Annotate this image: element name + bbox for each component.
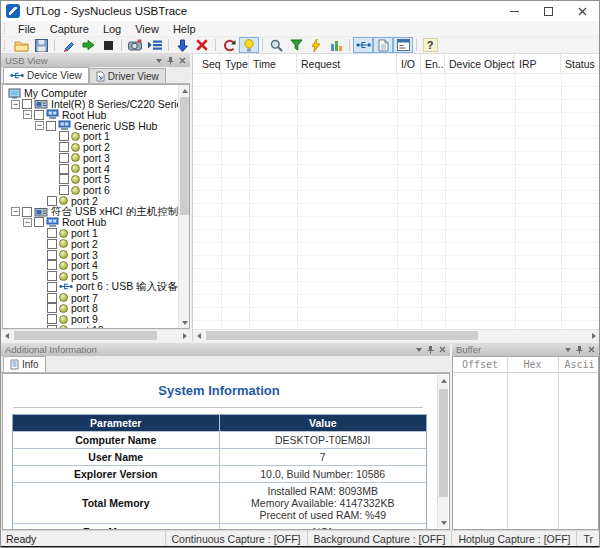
help-button[interactable]: ?	[420, 37, 440, 53]
trigger-button[interactable]	[306, 37, 326, 53]
expander-minus[interactable]: −	[35, 121, 44, 130]
chevron-down-icon[interactable]	[565, 348, 571, 352]
tree-item[interactable]: −Generic USB Hub	[3, 120, 189, 131]
scroll-down-button[interactable]	[438, 517, 449, 528]
expander-minus[interactable]: −	[23, 110, 32, 119]
menu-log[interactable]: Log	[96, 23, 128, 35]
scroll-thumb[interactable]	[180, 97, 189, 215]
scroll-right-button[interactable]	[179, 330, 190, 341]
scroll-thumb[interactable]	[206, 331, 478, 340]
pin-icon[interactable]	[427, 345, 434, 354]
column-header-deviceobject[interactable]: Device Object	[445, 54, 515, 73]
scroll-thumb[interactable]	[14, 331, 157, 340]
menu-help[interactable]: Help	[166, 23, 203, 35]
checkbox[interactable]	[59, 174, 69, 184]
clear-log-button[interactable]	[192, 37, 212, 53]
tree-item[interactable]: −符合 USB xHCI 的主机控制器	[3, 206, 189, 217]
tree-item[interactable]: port 1	[3, 228, 189, 239]
scroll-thumb[interactable]	[439, 389, 448, 497]
close-panel-icon[interactable]	[439, 346, 446, 353]
column-header-seq[interactable]: Seq	[193, 54, 221, 73]
tree-item[interactable]: port 6 : USB 输入设备	[3, 282, 189, 293]
checkbox[interactable]	[59, 142, 69, 152]
tab-device-view[interactable]: Device View	[3, 67, 89, 83]
info-view-toggle-button[interactable]	[373, 37, 393, 53]
tree-item[interactable]: −Root Hub	[3, 110, 189, 121]
menu-file[interactable]: File	[11, 23, 43, 35]
edit-pen-button[interactable]	[58, 37, 78, 53]
scroll-up-button[interactable]	[438, 375, 449, 386]
checkbox[interactable]	[47, 293, 57, 303]
highlight-button[interactable]	[239, 37, 259, 53]
scroll-left-button[interactable]	[193, 330, 204, 341]
save-button[interactable]	[31, 37, 51, 53]
checkbox[interactable]	[59, 153, 69, 163]
scroll-left-button[interactable]	[1, 330, 12, 341]
filter-button[interactable]	[286, 37, 306, 53]
expander-minus[interactable]: −	[23, 218, 32, 227]
tree-item[interactable]: port 3	[3, 249, 189, 260]
tab-driver-view[interactable]: Driver View	[89, 68, 166, 83]
usb-view-toggle-button[interactable]	[353, 37, 373, 53]
checkbox[interactable]	[22, 207, 32, 217]
tree-item[interactable]: My Computer	[3, 88, 189, 99]
checkbox[interactable]	[47, 271, 57, 281]
checkbox[interactable]	[47, 250, 57, 260]
tree-item[interactable]: port 2	[3, 142, 189, 153]
column-header-request[interactable]: Request	[297, 54, 397, 73]
scroll-down-button[interactable]	[179, 317, 190, 328]
menu-capture[interactable]: Capture	[43, 23, 96, 35]
refresh-button[interactable]	[219, 37, 239, 53]
tree-item[interactable]: port 9	[3, 314, 189, 325]
minimize-button[interactable]	[497, 1, 531, 21]
close-button[interactable]	[565, 1, 599, 21]
expander-minus[interactable]: −	[11, 100, 20, 109]
tree-item[interactable]: port 4	[3, 260, 189, 271]
checkbox[interactable]	[47, 239, 57, 249]
tree-item[interactable]: port 2	[3, 239, 189, 250]
checkbox[interactable]	[59, 185, 69, 195]
column-header-io[interactable]: I/O	[397, 54, 421, 73]
open-button[interactable]	[11, 37, 31, 53]
checkbox[interactable]	[34, 110, 44, 120]
column-header-status[interactable]: Status	[561, 54, 600, 73]
tree-item[interactable]: port 5	[3, 174, 189, 185]
checkbox[interactable]	[46, 121, 56, 131]
capture-device-button[interactable]	[125, 37, 145, 53]
close-panel-icon[interactable]	[179, 57, 186, 64]
checkbox[interactable]	[59, 131, 69, 141]
checkbox[interactable]	[34, 217, 44, 227]
column-header-en[interactable]: En...	[421, 54, 445, 73]
search-button[interactable]	[266, 37, 286, 53]
tree-item[interactable]: port 6	[3, 185, 189, 196]
tree-item[interactable]: port 3	[3, 153, 189, 164]
menu-view[interactable]: View	[128, 23, 166, 35]
scroll-up-button[interactable]	[179, 85, 190, 96]
pin-icon[interactable]	[167, 56, 174, 65]
close-panel-icon[interactable]	[588, 346, 595, 353]
expander-minus[interactable]: −	[11, 207, 20, 216]
column-header-time[interactable]: Time	[249, 54, 297, 73]
column-header-type[interactable]: Type	[221, 54, 249, 73]
info-vertical-scrollbar[interactable]	[437, 375, 448, 528]
start-capture-button[interactable]	[78, 37, 98, 53]
checkbox[interactable]	[47, 260, 57, 270]
trace-horizontal-scrollbar[interactable]	[193, 329, 599, 341]
chevron-down-icon[interactable]	[156, 59, 162, 63]
buffer-view-toggle-button[interactable]	[393, 37, 413, 53]
tab-info[interactable]: Info	[3, 356, 46, 372]
checkbox[interactable]	[59, 164, 69, 174]
column-header-irp[interactable]: IRP	[515, 54, 561, 73]
tree-item[interactable]: port 4	[3, 163, 189, 174]
checkbox[interactable]	[47, 228, 57, 238]
tree-horizontal-scrollbar[interactable]	[1, 329, 190, 341]
checkbox[interactable]	[22, 99, 32, 109]
checkbox[interactable]	[47, 314, 57, 324]
trace-list-body[interactable]	[193, 74, 599, 329]
checkbox[interactable]	[47, 282, 57, 292]
pin-icon[interactable]	[576, 345, 583, 354]
tree-item[interactable]: port 1	[3, 131, 189, 142]
maximize-button[interactable]	[531, 1, 565, 21]
scroll-right-button[interactable]	[588, 330, 599, 341]
tree-item[interactable]: port 8	[3, 303, 189, 314]
